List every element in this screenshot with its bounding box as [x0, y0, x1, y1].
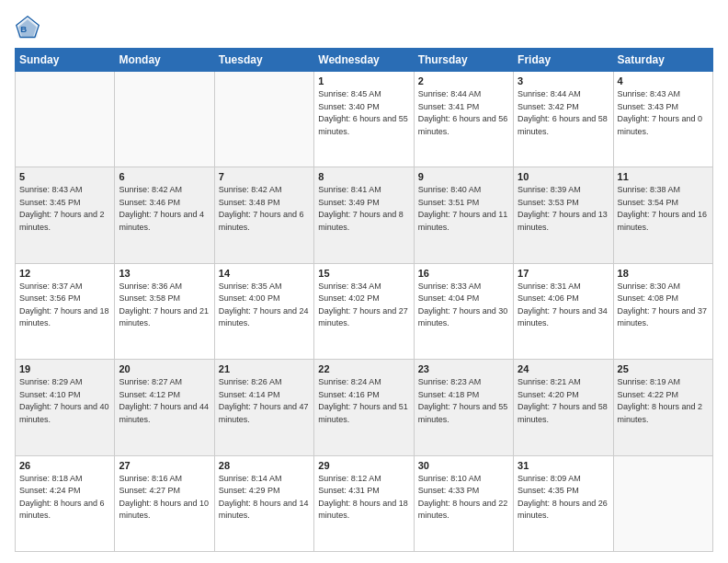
daylight-text: Daylight: 8 hours and 22 minutes.	[418, 499, 508, 521]
daylight-text: Daylight: 7 hours and 18 minutes.	[19, 306, 109, 328]
weekday-header-saturday: Saturday	[613, 49, 712, 72]
day-number: 6	[119, 171, 210, 182]
daylight-text: Daylight: 7 hours and 8 minutes.	[318, 210, 404, 232]
sunset-text: Sunset: 4:22 PM	[618, 390, 679, 399]
day-info: Sunrise: 8:23 AMSunset: 4:18 PMDaylight:…	[418, 376, 509, 426]
sunset-text: Sunset: 4:31 PM	[318, 486, 380, 495]
day-number: 2	[418, 75, 509, 86]
day-number: 30	[418, 460, 509, 471]
day-info: Sunrise: 8:40 AMSunset: 3:51 PMDaylight:…	[418, 184, 509, 234]
day-number: 24	[518, 363, 609, 374]
day-info: Sunrise: 8:35 AMSunset: 4:00 PMDaylight:…	[219, 281, 310, 330]
calendar-cell: 10Sunrise: 8:39 AMSunset: 3:53 PMDayligh…	[514, 167, 613, 263]
day-number: 13	[119, 268, 210, 279]
sunset-text: Sunset: 4:18 PM	[418, 390, 480, 399]
sunrise-text: Sunrise: 8:44 AM	[418, 89, 482, 98]
logo-icon: B	[15, 15, 40, 40]
daylight-text: Daylight: 7 hours and 37 minutes.	[618, 306, 708, 328]
weekday-header-friday: Friday	[514, 49, 613, 72]
sunset-text: Sunset: 3:40 PM	[318, 102, 380, 111]
daylight-text: Daylight: 7 hours and 21 minutes.	[119, 306, 209, 328]
daylight-text: Daylight: 7 hours and 51 minutes.	[318, 402, 408, 424]
sunrise-text: Sunrise: 8:33 AM	[418, 282, 482, 291]
day-info: Sunrise: 8:33 AMSunset: 4:04 PMDaylight:…	[418, 281, 509, 330]
weekday-header-monday: Monday	[115, 49, 214, 72]
day-info: Sunrise: 8:30 AMSunset: 4:08 PMDaylight:…	[618, 281, 709, 330]
sunrise-text: Sunrise: 8:35 AM	[219, 282, 282, 291]
sunrise-text: Sunrise: 8:18 AM	[19, 474, 83, 483]
day-number: 1	[318, 75, 409, 86]
calendar-cell: 22Sunrise: 8:24 AMSunset: 4:16 PMDayligh…	[314, 360, 414, 455]
daylight-text: Daylight: 7 hours and 0 minutes.	[618, 114, 703, 136]
calendar-cell: 11Sunrise: 8:38 AMSunset: 3:54 PMDayligh…	[613, 167, 712, 263]
day-info: Sunrise: 8:43 AMSunset: 3:43 PMDaylight:…	[618, 88, 709, 138]
calendar-cell: 9Sunrise: 8:40 AMSunset: 3:51 PMDaylight…	[414, 167, 513, 263]
calendar-cell: 5Sunrise: 8:43 AMSunset: 3:45 PMDaylight…	[16, 167, 115, 263]
day-number: 10	[518, 171, 609, 182]
weekday-header-tuesday: Tuesday	[214, 49, 313, 72]
sunset-text: Sunset: 4:08 PM	[618, 293, 679, 303]
day-number: 14	[219, 268, 310, 279]
daylight-text: Daylight: 7 hours and 55 minutes.	[418, 402, 508, 424]
daylight-text: Daylight: 8 hours and 2 minutes.	[618, 402, 703, 424]
day-number: 15	[318, 268, 409, 279]
sunset-text: Sunset: 4:27 PM	[119, 486, 180, 495]
calendar-cell: 26Sunrise: 8:18 AMSunset: 4:24 PMDayligh…	[16, 455, 115, 551]
calendar-cell: 23Sunrise: 8:23 AMSunset: 4:18 PMDayligh…	[414, 360, 513, 455]
svg-text:B: B	[20, 24, 27, 34]
sunrise-text: Sunrise: 8:09 AM	[518, 474, 581, 483]
daylight-text: Daylight: 7 hours and 6 minutes.	[219, 210, 304, 232]
day-number: 22	[318, 363, 409, 374]
sunrise-text: Sunrise: 8:44 AM	[518, 89, 581, 98]
sunset-text: Sunset: 4:16 PM	[318, 390, 380, 399]
calendar-cell: 29Sunrise: 8:12 AMSunset: 4:31 PMDayligh…	[314, 455, 414, 551]
daylight-text: Daylight: 7 hours and 11 minutes.	[418, 210, 508, 232]
daylight-text: Daylight: 7 hours and 16 minutes.	[618, 210, 708, 232]
daylight-text: Daylight: 8 hours and 18 minutes.	[318, 499, 408, 521]
calendar-cell: 27Sunrise: 8:16 AMSunset: 4:27 PMDayligh…	[115, 455, 214, 551]
daylight-text: Daylight: 6 hours and 56 minutes.	[418, 114, 508, 136]
sunrise-text: Sunrise: 8:30 AM	[618, 282, 681, 291]
sunrise-text: Sunrise: 8:23 AM	[418, 377, 482, 386]
sunset-text: Sunset: 3:41 PM	[418, 102, 480, 111]
day-number: 9	[418, 171, 509, 182]
sunset-text: Sunset: 3:48 PM	[219, 198, 280, 207]
daylight-text: Daylight: 7 hours and 13 minutes.	[518, 210, 608, 232]
day-number: 4	[618, 75, 709, 86]
sunrise-text: Sunrise: 8:29 AM	[19, 377, 83, 386]
sunrise-text: Sunrise: 8:40 AM	[418, 185, 482, 194]
header: B	[15, 15, 713, 40]
day-info: Sunrise: 8:19 AMSunset: 4:22 PMDaylight:…	[618, 376, 709, 426]
sunrise-text: Sunrise: 8:16 AM	[119, 474, 182, 483]
sunset-text: Sunset: 4:10 PM	[19, 390, 81, 399]
daylight-text: Daylight: 8 hours and 6 minutes.	[19, 499, 105, 521]
day-info: Sunrise: 8:31 AMSunset: 4:06 PMDaylight:…	[518, 281, 609, 330]
calendar-cell	[613, 455, 712, 551]
day-number: 11	[618, 171, 709, 182]
calendar-cell: 12Sunrise: 8:37 AMSunset: 3:56 PMDayligh…	[16, 263, 115, 359]
day-info: Sunrise: 8:39 AMSunset: 3:53 PMDaylight:…	[518, 184, 609, 234]
sunset-text: Sunset: 4:33 PM	[418, 486, 480, 495]
calendar-table: SundayMondayTuesdayWednesdayThursdayFrid…	[15, 48, 713, 552]
daylight-text: Daylight: 8 hours and 14 minutes.	[219, 499, 309, 521]
calendar-cell: 2Sunrise: 8:44 AMSunset: 3:41 PMDaylight…	[414, 72, 513, 167]
day-number: 5	[19, 171, 110, 182]
calendar-cell: 24Sunrise: 8:21 AMSunset: 4:20 PMDayligh…	[514, 360, 613, 455]
daylight-text: Daylight: 7 hours and 27 minutes.	[318, 306, 408, 328]
sunrise-text: Sunrise: 8:10 AM	[418, 474, 482, 483]
sunset-text: Sunset: 4:35 PM	[518, 486, 579, 495]
calendar-cell: 1Sunrise: 8:45 AMSunset: 3:40 PMDaylight…	[314, 72, 414, 167]
day-info: Sunrise: 8:24 AMSunset: 4:16 PMDaylight:…	[318, 376, 409, 426]
daylight-text: Daylight: 6 hours and 55 minutes.	[318, 114, 408, 136]
sunset-text: Sunset: 3:43 PM	[618, 102, 679, 111]
sunrise-text: Sunrise: 8:19 AM	[618, 377, 681, 386]
calendar-cell	[115, 72, 214, 167]
day-number: 3	[518, 75, 609, 86]
sunset-text: Sunset: 4:00 PM	[219, 293, 280, 303]
sunrise-text: Sunrise: 8:36 AM	[119, 282, 182, 291]
calendar-cell: 28Sunrise: 8:14 AMSunset: 4:29 PMDayligh…	[214, 455, 313, 551]
day-info: Sunrise: 8:38 AMSunset: 3:54 PMDaylight:…	[618, 184, 709, 234]
sunrise-text: Sunrise: 8:12 AM	[318, 474, 381, 483]
day-number: 8	[318, 171, 409, 182]
day-info: Sunrise: 8:44 AMSunset: 3:41 PMDaylight:…	[418, 88, 509, 138]
